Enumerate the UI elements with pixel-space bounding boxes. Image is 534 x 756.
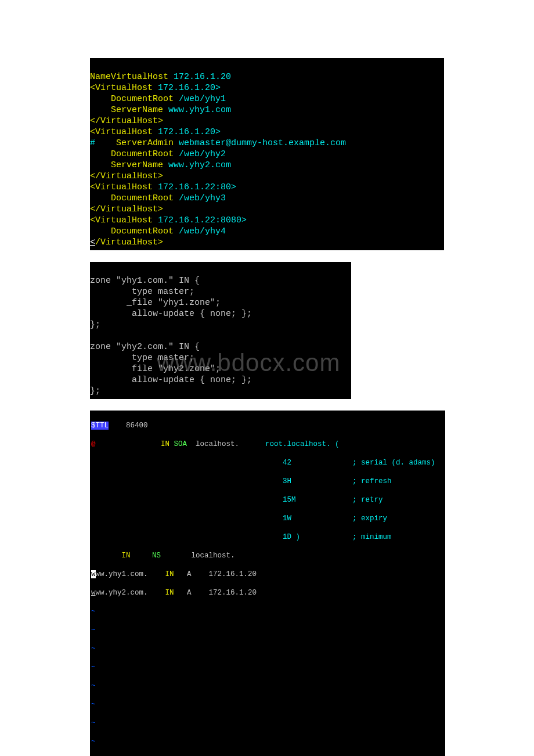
ttl-val: 86400 [109, 422, 148, 430]
ns: localhost. [187, 440, 265, 448]
tilde: ~ [91, 645, 96, 653]
tilde: ~ [91, 626, 96, 634]
zone-line: }; [90, 386, 100, 396]
directive: DocumentRoot [90, 193, 179, 203]
tag-close: </VirtualHost> [90, 116, 163, 126]
ttl: $TTL [91, 422, 109, 430]
tag-open: <VirtualHost [90, 127, 158, 137]
zone-line: file "yhy1.zone"; [132, 298, 221, 308]
zone-line: type master; [90, 353, 194, 363]
comment: ; serial (d. adams) [291, 459, 435, 467]
cursor: _ [127, 298, 132, 308]
a-record: A 172.16.1.20 [174, 570, 257, 578]
zone-line: allow-update { none; }; [90, 375, 252, 385]
tilde: ~ [91, 700, 96, 708]
root: root.localhost. ( [265, 440, 340, 448]
cursor: w [91, 570, 96, 578]
tag-close: /VirtualHost> [95, 237, 163, 247]
zone-line: allow-update { none; }; [90, 309, 252, 319]
in: IN [91, 552, 131, 560]
record-u: w [91, 589, 96, 597]
tilde: ~ [91, 607, 96, 615]
directive: ServerName [90, 160, 168, 170]
zone-line: }; [90, 320, 100, 330]
in: IN [165, 589, 174, 597]
zone-line [90, 298, 127, 308]
tag-open: <VirtualHost [90, 215, 158, 225]
path: /web/yhy1 [179, 94, 226, 104]
directive: DocumentRoot [90, 226, 179, 236]
origin: @ [91, 440, 96, 448]
terminal-zone-file: $TTL 86400 @ IN SOA localhost. root.loca… [90, 411, 445, 756]
tilde: ~ [91, 737, 96, 746]
val: 3H [91, 477, 291, 485]
path: /web/yhy4 [179, 226, 226, 236]
ip: 172.16.1.22:80> [158, 182, 236, 192]
val: 15M [91, 496, 296, 504]
zone-line: zone "yhy2.com." IN { [90, 342, 200, 352]
path: /web/yhy3 [179, 193, 226, 203]
tag-close: </VirtualHost> [90, 171, 163, 181]
zone-line: file "yhy2.zone"; [90, 364, 221, 374]
email: webmaster@dummy-host.example.com [179, 138, 346, 148]
a-record: A 172.16.1.20 [174, 589, 257, 597]
zone-line: type master; [90, 287, 194, 297]
tag-open: <VirtualHost [90, 83, 158, 93]
record: ww.yhy1.com. [96, 570, 165, 578]
hostname: www.yhy1.com [168, 105, 231, 115]
cursor: < [90, 237, 95, 247]
tilde: ~ [91, 719, 96, 727]
terminal-named-zones: zone "yhy1.com." IN { type master; _file… [90, 262, 351, 399]
ip: 172.16.1.22:8080> [158, 215, 247, 225]
comment: ; refresh [291, 477, 392, 485]
in: IN [165, 570, 174, 578]
directive: NameVirtualHost [90, 72, 174, 82]
tilde: ~ [91, 663, 96, 671]
record: ww.yhy2.com. [96, 589, 165, 597]
ns: NS [131, 552, 161, 560]
in: IN [96, 440, 170, 448]
comment-hash: # [90, 138, 95, 148]
ip: 172.16.1.20> [158, 83, 221, 93]
directive: ServerAdmin [95, 138, 179, 148]
val: 1D ) [91, 533, 300, 541]
path: /web/yhy2 [179, 149, 226, 159]
blank-line [90, 331, 95, 341]
tag-open: <VirtualHost [90, 182, 158, 192]
zone-line: zone "yhy1.com." IN { [90, 276, 200, 286]
tag-close: </VirtualHost> [90, 204, 163, 214]
tilde: ~ [91, 682, 96, 690]
comment: ; minimum [300, 533, 392, 541]
directive: DocumentRoot [90, 94, 179, 104]
directive: ServerName [90, 105, 168, 115]
ip: 172.16.1.20> [158, 127, 221, 137]
host: localhost. [161, 552, 235, 560]
soa: SOA [169, 440, 187, 448]
terminal-apache-config: NameVirtualHost 172.16.1.20 <VirtualHost… [90, 58, 444, 250]
hostname: www.yhy2.com [168, 160, 231, 170]
val: 42 [91, 459, 291, 467]
val: 1W [91, 514, 291, 523]
comment: ; retry [296, 496, 383, 504]
directive: DocumentRoot [90, 149, 179, 159]
comment: ; expiry [291, 514, 387, 523]
ip: 172.16.1.20 [174, 72, 231, 82]
